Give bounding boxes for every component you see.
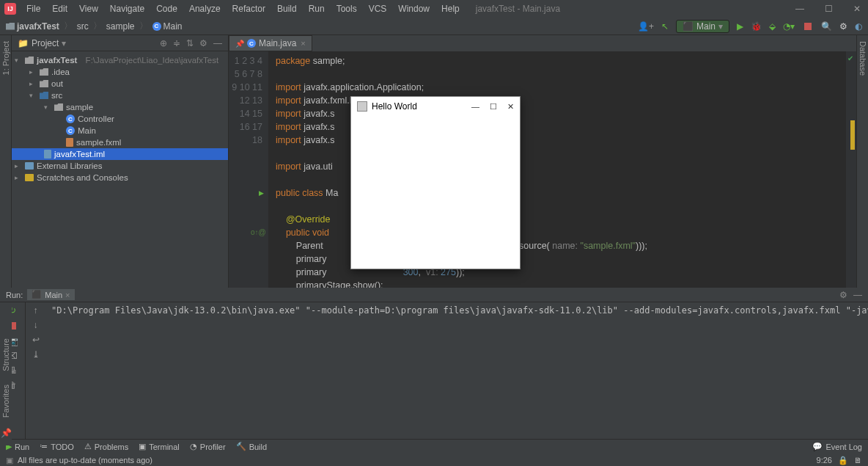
fxml-icon	[66, 138, 73, 147]
side-tab-structure[interactable]: Structure	[1, 335, 10, 374]
side-tab-favorites[interactable]: Favorites	[1, 382, 10, 421]
minimize-button[interactable]: —	[792, 4, 807, 14]
tree-iml[interactable]: javafxTest.iml	[12, 148, 228, 160]
thumbtack-icon[interactable]: 📌	[1, 428, 12, 438]
scratch-icon	[25, 174, 34, 181]
bottom-profiler[interactable]: ◔Profiler	[190, 442, 226, 451]
run-tool-window: Run: ⬛Main× ⚙ — Structure Favorites 📌 ↻ …	[0, 288, 868, 439]
maximize-button[interactable]: ☐	[822, 4, 836, 14]
menu-refactor[interactable]: Refactor	[228, 2, 270, 15]
editor-tab-main[interactable]: 📌 C Main.java ×	[229, 35, 312, 51]
menu-build[interactable]: Build	[273, 2, 301, 15]
app-window-hello-world[interactable]: Hello World — ☐ ✕	[350, 96, 521, 269]
nav-bar: javafxTest 〉 src 〉 sample 〉 CMain 👤+ ↖ ⬛…	[0, 18, 868, 35]
run-gear-icon[interactable]: ⚙	[839, 290, 847, 300]
right-stripe: Database	[856, 35, 868, 288]
left-stripe: 1: Project	[0, 35, 12, 288]
coverage-icon[interactable]: ⬙	[769, 21, 776, 32]
target-icon[interactable]: ⊕	[160, 38, 167, 48]
debug-icon[interactable]: 🐞	[751, 21, 762, 32]
close-tab-icon[interactable]: ×	[301, 39, 305, 48]
mem-icon[interactable]: 🗎	[854, 456, 862, 465]
menu-tools[interactable]: Tools	[332, 2, 361, 15]
menu-file[interactable]: File	[22, 2, 45, 15]
app-maximize-icon[interactable]: ☐	[490, 102, 497, 112]
tree-main[interactable]: CMain	[12, 125, 228, 136]
stop-icon[interactable]	[802, 21, 814, 32]
menu-view[interactable]: View	[75, 2, 103, 15]
wrap-icon[interactable]: ↩	[31, 335, 41, 345]
menu-window[interactable]: Window	[394, 2, 434, 15]
settings-icon[interactable]: ⚙	[839, 21, 847, 32]
tree-src[interactable]: ▾src	[12, 90, 228, 101]
menu-run[interactable]: Run	[304, 2, 329, 15]
add-user-icon[interactable]: 👤+	[638, 21, 654, 32]
menu-navigate[interactable]: Navigate	[106, 2, 149, 15]
bottom-build[interactable]: 🔨Build	[236, 442, 267, 451]
tree-idea[interactable]: ▸.idea	[12, 66, 228, 78]
app-close-icon[interactable]: ✕	[507, 102, 514, 112]
collapse-icon[interactable]: ⇅	[186, 38, 194, 48]
crumb-root[interactable]: javafxTest	[6, 21, 59, 32]
tree-root[interactable]: ▾javafxTest F:\JavaProject\Liao_Idea\jav…	[12, 54, 228, 66]
project-header-label: Project	[32, 38, 59, 48]
pin-icon[interactable]: 📌	[235, 40, 244, 48]
folder-icon	[40, 80, 48, 87]
run-hide-icon[interactable]: —	[853, 290, 862, 300]
notification-icon[interactable]: ◐	[855, 21, 862, 32]
side-tab-database[interactable]: Database	[858, 38, 867, 79]
up-icon[interactable]: ↑	[31, 305, 41, 316]
bottom-eventlog[interactable]: 💬Event Log	[812, 442, 862, 451]
class-icon: C	[66, 114, 75, 123]
close-button[interactable]: ✕	[850, 4, 864, 14]
close-run-tab-icon[interactable]: ×	[65, 291, 70, 299]
status-icon[interactable]: ▣	[6, 456, 13, 465]
hide-icon[interactable]: —	[213, 38, 222, 48]
tree-sample[interactable]: ▾sample	[12, 101, 228, 113]
error-stripe[interactable]: ✔	[846, 51, 856, 288]
tree-fxml[interactable]: sample.fxml	[12, 136, 228, 148]
expand-icon[interactable]: ≑	[173, 38, 180, 48]
app-window-titlebar[interactable]: Hello World — ☐ ✕	[351, 97, 520, 116]
menu-edit[interactable]: Edit	[48, 2, 72, 15]
bottom-terminal[interactable]: ▣Terminal	[139, 442, 180, 451]
folder-icon	[40, 92, 48, 99]
tree-scratch[interactable]: ▸Scratches and Consoles	[12, 172, 228, 183]
back-arrow-icon[interactable]: ↖	[661, 21, 669, 32]
code-area[interactable]: 1 2 3 4 5 6 7 8 9 10 11 12 13 14 15 16 1…	[229, 51, 856, 288]
console-output[interactable]: "D:\Program Files\Java\jdk-13.0.2\bin\ja…	[45, 302, 868, 439]
bottom-todo[interactable]: ≔TODO	[40, 442, 74, 451]
menu-code[interactable]: Code	[152, 2, 182, 15]
profile-icon[interactable]: ◔▾	[783, 21, 795, 32]
crumb-src[interactable]: src	[77, 21, 89, 32]
lock-icon[interactable]: 🔒	[838, 456, 848, 465]
override-icon[interactable]: o↑@	[251, 226, 260, 239]
gear-icon[interactable]: ⚙	[199, 38, 207, 48]
scroll-icon[interactable]: ⤓	[31, 349, 41, 360]
down-icon[interactable]: ↓	[31, 320, 41, 330]
bottom-problems[interactable]: ⚠Problems	[84, 442, 128, 451]
side-tab-project[interactable]: 1: Project	[1, 38, 10, 78]
run-gutter-icon[interactable]: ▶	[257, 186, 265, 200]
run-tab-main[interactable]: ⬛Main×	[27, 289, 74, 300]
tree-extlib[interactable]: ▸External Libraries	[12, 160, 228, 172]
warning-marker[interactable]	[850, 120, 855, 150]
menu-help[interactable]: Help	[437, 2, 464, 15]
run-icon[interactable]: ▶	[737, 21, 743, 32]
menu-vcs[interactable]: VCS	[364, 2, 391, 15]
crumb-sample[interactable]: sample	[106, 21, 135, 32]
clock: 9:26	[817, 456, 832, 465]
title-bar: IJ File Edit View Navigate Code Analyze …	[0, 0, 868, 18]
app-minimize-icon[interactable]: —	[471, 102, 479, 112]
run-config-selector[interactable]: ⬛Main▾	[676, 20, 729, 33]
tree-controller[interactable]: CController	[12, 113, 228, 125]
tree-out[interactable]: ▸out	[12, 78, 228, 90]
crumb-main[interactable]: CMain	[152, 21, 183, 32]
editor: 📌 C Main.java × 1 2 3 4 5 6 7 8 9 10 11 …	[229, 35, 856, 288]
folder-icon	[6, 23, 15, 30]
search-icon[interactable]: 🔍	[821, 21, 832, 32]
menu-bar: File Edit View Navigate Code Analyze Ref…	[22, 2, 464, 15]
status-text: All files are up-to-date (moments ago)	[18, 456, 152, 465]
menu-analyze[interactable]: Analyze	[185, 2, 225, 15]
library-icon	[25, 162, 34, 170]
